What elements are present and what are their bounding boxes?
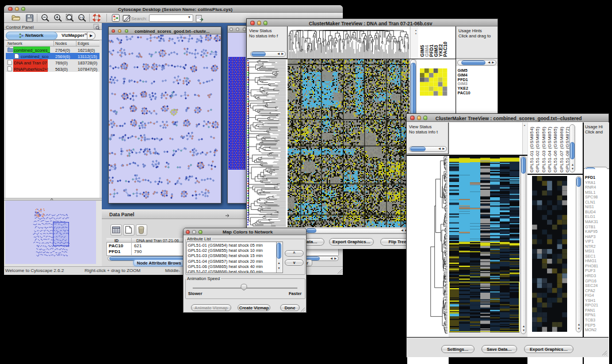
svg-text:1:1: 1:1 (79, 16, 83, 19)
